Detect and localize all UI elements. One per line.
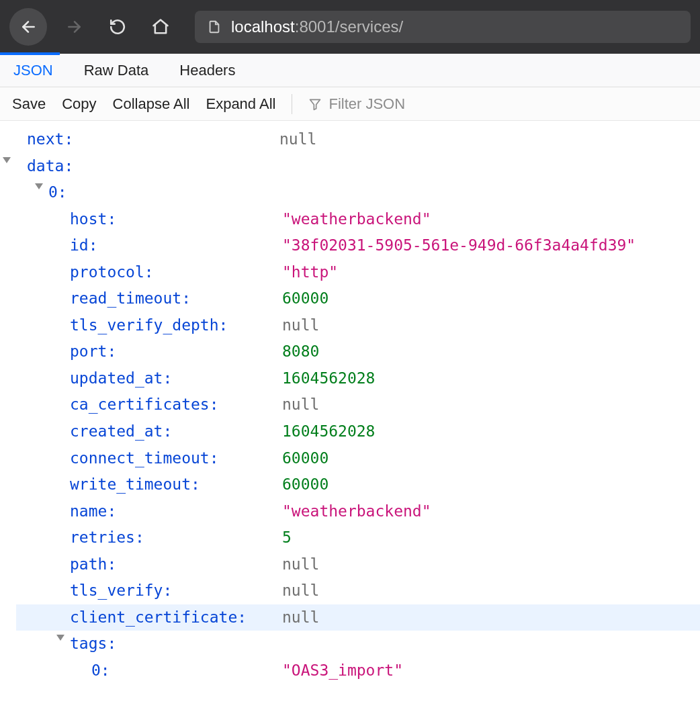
json-row[interactable]: pathnull <box>16 551 700 578</box>
tab-json[interactable]: JSON <box>12 55 54 86</box>
json-key: 0 <box>91 662 110 679</box>
json-key: port <box>70 343 116 360</box>
json-key: tls_verify <box>70 582 172 599</box>
json-key: ca_certificates <box>70 396 219 413</box>
json-value: 1604562028 <box>282 365 375 392</box>
json-row[interactable]: retries5 <box>16 525 700 551</box>
json-row[interactable]: next null <box>16 126 700 153</box>
tab-headers[interactable]: Headers <box>178 55 236 86</box>
json-key: write_timeout <box>70 475 200 493</box>
json-value: 60000 <box>282 285 329 312</box>
json-row[interactable]: created_at1604562028 <box>16 418 700 445</box>
json-value: "http" <box>282 259 338 286</box>
json-row[interactable]: port8080 <box>16 338 700 365</box>
json-row[interactable]: protocol"http" <box>16 259 700 286</box>
reload-icon <box>109 18 126 36</box>
back-button[interactable] <box>9 8 47 46</box>
expand-all-button[interactable]: Expand All <box>206 95 275 113</box>
json-key: host <box>70 210 116 228</box>
url-path: :8001/services/ <box>295 17 403 36</box>
json-value: 8080 <box>282 338 319 365</box>
json-entries: host"weatherbackend"id"38f02031-5905-561… <box>16 206 700 631</box>
collapse-toggle-icon[interactable] <box>56 635 64 641</box>
json-value: 60000 <box>282 471 329 498</box>
json-row[interactable]: updated_at1604562028 <box>16 365 700 392</box>
nav-buttons <box>9 8 176 46</box>
json-tags: 0"OAS3_import" <box>16 657 700 684</box>
json-key: next <box>27 130 73 148</box>
json-value: null <box>282 392 319 418</box>
json-value: null <box>279 126 316 153</box>
arrow-left-icon <box>19 18 37 36</box>
json-value: 1604562028 <box>282 418 375 445</box>
json-key: read_timeout <box>70 289 191 307</box>
json-value: "weatherbackend" <box>282 206 431 233</box>
json-value: null <box>282 551 319 578</box>
arrow-right-icon <box>66 18 83 36</box>
json-row-index[interactable]: 0 <box>16 179 700 206</box>
save-button[interactable]: Save <box>12 95 46 113</box>
forward-button[interactable] <box>59 11 90 42</box>
json-key: id <box>70 236 98 254</box>
json-value: null <box>282 604 319 631</box>
json-value: 60000 <box>282 445 329 472</box>
collapse-toggle-icon[interactable] <box>35 183 43 189</box>
toolbar-divider <box>292 94 292 114</box>
filter-icon <box>308 97 322 111</box>
json-row[interactable]: tls_verifynull <box>16 578 700 604</box>
json-row[interactable]: client_certificatenull <box>16 604 700 631</box>
home-button[interactable] <box>145 11 176 42</box>
json-key: name <box>70 502 116 520</box>
viewer-toolbar: Save Copy Collapse All Expand All <box>0 87 700 121</box>
json-row[interactable]: host"weatherbackend" <box>16 206 700 233</box>
tab-raw-data[interactable]: Raw Data <box>83 55 150 86</box>
reload-button[interactable] <box>102 11 133 42</box>
json-row[interactable]: ca_certificatesnull <box>16 392 700 418</box>
json-row[interactable]: id"38f02031-5905-561e-949d-66f3a4a4fd39" <box>16 232 700 259</box>
json-key: path <box>70 555 116 573</box>
copy-button[interactable]: Copy <box>62 95 96 113</box>
json-row[interactable]: 0"OAS3_import" <box>16 657 700 684</box>
json-key: tls_verify_depth <box>70 316 228 334</box>
svg-marker-2 <box>310 99 320 109</box>
url-text: localhost:8001/services/ <box>231 17 403 36</box>
json-value: null <box>282 312 319 339</box>
json-viewer: next null data 0 host"weatherbackend"id"… <box>0 121 700 711</box>
json-key: connect_timeout <box>70 449 219 467</box>
json-value: "weatherbackend" <box>282 498 431 525</box>
page-icon <box>207 19 222 34</box>
json-key: retries <box>70 529 144 546</box>
json-value: "38f02031-5905-561e-949d-66f3a4a4fd39" <box>282 232 636 259</box>
collapse-toggle-icon[interactable] <box>3 157 11 163</box>
json-row[interactable]: tls_verify_depthnull <box>16 312 700 339</box>
filter-input[interactable] <box>329 95 513 113</box>
browser-chrome: localhost:8001/services/ <box>0 0 700 54</box>
json-key: updated_at <box>70 369 172 387</box>
json-key: protocol <box>70 263 154 281</box>
home-icon <box>151 17 170 36</box>
json-row[interactable]: name"weatherbackend" <box>16 498 700 525</box>
url-host: localhost <box>231 17 295 36</box>
json-key: 0 <box>48 179 67 206</box>
json-row[interactable]: connect_timeout60000 <box>16 445 700 472</box>
json-key: created_at <box>70 422 172 440</box>
json-key: tags <box>70 631 116 657</box>
filter-wrap <box>308 95 513 113</box>
collapse-all-button[interactable]: Collapse All <box>113 95 190 113</box>
viewer-tabs: JSON Raw Data Headers <box>0 54 700 87</box>
json-key: data <box>27 153 73 180</box>
json-row-data[interactable]: data <box>16 153 700 180</box>
json-value: 5 <box>282 525 292 551</box>
json-row-tags[interactable]: tags <box>16 631 700 657</box>
json-key: client_certificate <box>70 608 247 626</box>
json-row[interactable]: write_timeout60000 <box>16 471 700 498</box>
json-value: null <box>282 578 319 604</box>
url-bar[interactable]: localhost:8001/services/ <box>195 11 691 43</box>
json-value: "OAS3_import" <box>282 657 403 684</box>
json-row[interactable]: read_timeout60000 <box>16 285 700 312</box>
